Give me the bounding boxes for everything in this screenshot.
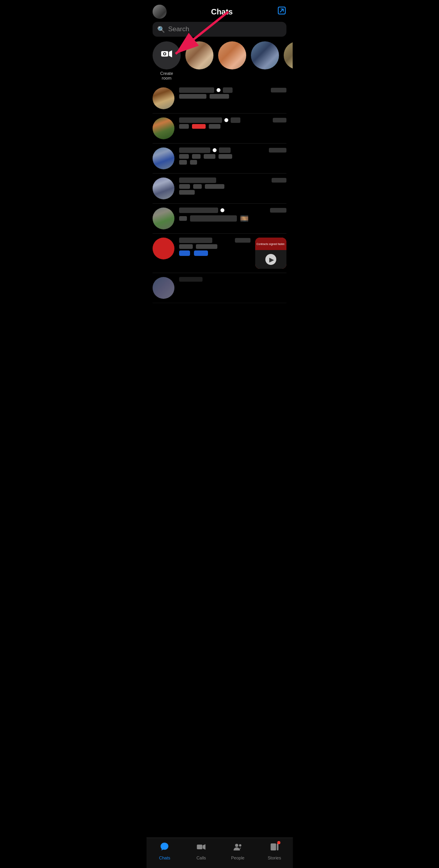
- avatar: [153, 178, 174, 199]
- chat-content: [179, 147, 286, 165]
- preview-text: [179, 94, 206, 99]
- create-room-button[interactable]: [153, 41, 181, 69]
- unread-dot: [220, 208, 224, 212]
- chat-name-extra: [223, 87, 233, 93]
- create-room-label: Create room: [153, 71, 181, 80]
- play-icon: ▶: [269, 256, 274, 263]
- chat-preview: 🎞️: [179, 214, 286, 223]
- chat-item[interactable]: [153, 114, 286, 144]
- ad-thumbnail[interactable]: Contracts signed faster. ▶: [255, 238, 286, 269]
- ad-text: Contracts signed faster.: [256, 242, 286, 246]
- avatar: [153, 87, 174, 109]
- preview-text: [179, 154, 189, 159]
- chat-time: [270, 208, 286, 213]
- chat-preview: [179, 94, 286, 99]
- chat-content: 🎞️: [179, 208, 286, 223]
- chat-list: 🎞️ Contrac: [146, 83, 293, 303]
- stories-row: Create room: [146, 41, 293, 83]
- chat-name: [179, 117, 222, 123]
- chat-content: [179, 87, 286, 99]
- preview-text: [205, 184, 224, 189]
- link-2[interactable]: [194, 250, 208, 256]
- chat-time: [269, 148, 286, 153]
- preview-text: [179, 124, 189, 129]
- ad-play-button[interactable]: ▶: [265, 254, 276, 265]
- search-icon: 🔍: [157, 26, 165, 33]
- chat-item[interactable]: Contracts signed faster. ▶: [153, 234, 286, 273]
- avatar: [153, 238, 174, 259]
- chat-links: [179, 250, 251, 256]
- chat-preview-sub: [179, 190, 286, 195]
- chat-time: [235, 238, 251, 243]
- chat-time: [271, 88, 286, 92]
- preview-text: [179, 190, 195, 195]
- chat-name: [179, 208, 218, 213]
- preview-text: [179, 216, 187, 221]
- preview-text: [204, 154, 215, 159]
- preview-text: [196, 244, 217, 249]
- story-item-4[interactable]: [284, 41, 293, 80]
- chat-name: [179, 277, 203, 282]
- chat-top-row: [179, 178, 286, 183]
- chat-top-row: [179, 87, 286, 93]
- chat-preview: [179, 244, 251, 249]
- chat-name: [179, 238, 212, 243]
- preview-text: [193, 184, 202, 189]
- preview-text: [190, 160, 197, 165]
- avatar: [153, 277, 174, 299]
- story-item-1[interactable]: [185, 41, 213, 80]
- chat-content: [179, 117, 286, 129]
- chat-top-row: [179, 147, 286, 153]
- page-title: Chats: [211, 7, 233, 16]
- chat-preview-sub: [179, 160, 286, 165]
- preview-text: [219, 154, 232, 159]
- chat-name: [179, 87, 214, 93]
- story-item-2[interactable]: [218, 41, 246, 80]
- link-1[interactable]: [179, 250, 190, 256]
- chat-preview: [179, 154, 286, 159]
- story-item-3[interactable]: [251, 41, 279, 80]
- chat-item-partial[interactable]: [153, 273, 286, 303]
- avatar: [153, 208, 174, 229]
- svg-marker-4: [169, 50, 172, 57]
- chat-name: [179, 147, 210, 153]
- story-avatar-3[interactable]: [251, 41, 279, 69]
- chat-content: [179, 238, 251, 256]
- preview-text: [179, 184, 190, 189]
- chat-top-row: [179, 208, 286, 213]
- chat-preview: [179, 124, 286, 129]
- chat-time: [273, 118, 286, 122]
- preview-text: [192, 154, 201, 159]
- header: Chats: [146, 0, 293, 22]
- chat-name-extra: [231, 117, 240, 123]
- unread-dot: [217, 88, 220, 92]
- chat-top-row: [179, 238, 251, 243]
- chat-preview: [179, 184, 286, 189]
- chat-top-row: [179, 117, 286, 123]
- chat-item[interactable]: [153, 174, 286, 204]
- chat-name: [179, 178, 216, 183]
- chat-item[interactable]: [153, 83, 286, 114]
- preview-image: [190, 215, 237, 222]
- video-add-icon: [160, 48, 173, 63]
- story-avatar-2[interactable]: [218, 41, 246, 69]
- create-room-item[interactable]: Create room: [153, 41, 181, 80]
- chat-item[interactable]: [153, 144, 286, 174]
- compose-button[interactable]: [277, 6, 286, 18]
- search-input[interactable]: Search: [168, 25, 189, 33]
- chat-time: [272, 178, 286, 183]
- preview-text: [179, 160, 187, 165]
- unread-dot: [213, 148, 217, 152]
- avatar: [153, 117, 174, 139]
- preview-text: [210, 94, 229, 99]
- chat-content: [179, 277, 286, 282]
- search-bar[interactable]: 🔍 Search: [153, 22, 286, 37]
- avatar[interactable]: [153, 5, 167, 19]
- preview-text: [209, 124, 220, 129]
- preview-badge: [192, 124, 206, 129]
- chat-item[interactable]: 🎞️: [153, 204, 286, 234]
- story-avatar-4[interactable]: [284, 41, 293, 69]
- avatar: [153, 147, 174, 169]
- chat-name-extra: [219, 147, 231, 153]
- story-avatar-1[interactable]: [185, 41, 213, 69]
